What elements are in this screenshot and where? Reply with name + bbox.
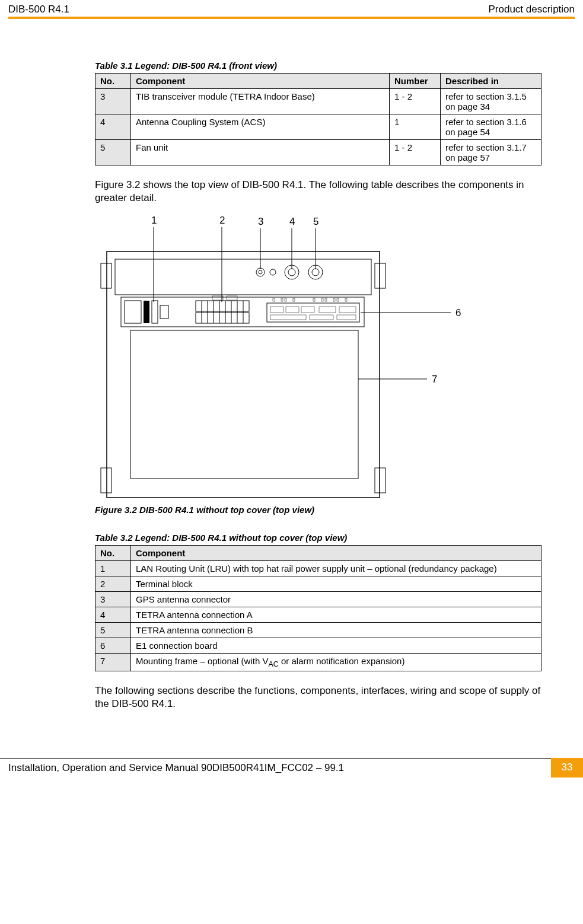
cell-component: E1 connection board <box>131 638 541 654</box>
svg-rect-39 <box>319 307 336 313</box>
col-header-number: Number <box>390 74 441 89</box>
table-row: 2 Terminal block <box>95 576 541 592</box>
svg-rect-45 <box>281 298 283 301</box>
header-left: DIB-500 R4.1 <box>8 4 69 15</box>
cell-component: TETRA antenna connection A <box>131 607 541 623</box>
svg-rect-44 <box>273 298 275 301</box>
callout-6: 6 <box>455 307 461 318</box>
footer-page-number: 33 <box>551 758 583 778</box>
table-row: 4 TETRA antenna connection A <box>95 607 541 623</box>
table-row: 5 TETRA antenna connection B <box>95 623 541 638</box>
cell-no: 4 <box>95 114 131 140</box>
page-footer: Installation, Operation and Service Manu… <box>0 758 583 778</box>
header-right: Product description <box>488 4 575 15</box>
cell-described: refer to section 3.1.5 on page 34 <box>441 89 541 114</box>
cell-component: GPS antenna connector <box>131 592 541 607</box>
diagram-top-view: 1 2 3 4 5 <box>95 213 474 504</box>
svg-rect-8 <box>101 468 111 493</box>
page-content: Table 3.1 Legend: DIB-500 R4.1 (front vi… <box>0 19 583 710</box>
cell-no: 2 <box>95 576 131 592</box>
cell-no: 3 <box>95 89 131 114</box>
svg-rect-36 <box>270 307 283 313</box>
svg-rect-37 <box>286 307 299 313</box>
svg-rect-22 <box>160 305 168 318</box>
callout-5: 5 <box>313 216 318 227</box>
cell-number: 1 - 2 <box>390 89 441 114</box>
table-row: 4 Antenna Coupling System (ACS) 1 refer … <box>95 114 541 140</box>
cell-component: Fan unit <box>131 140 390 165</box>
svg-rect-24 <box>196 313 249 323</box>
svg-rect-54 <box>130 330 358 479</box>
svg-rect-50 <box>325 298 327 301</box>
paragraph-outro: The following sections describe the func… <box>95 684 541 710</box>
table-row: 3 TIB transceiver module (TETRA Indoor B… <box>95 89 541 114</box>
svg-point-12 <box>259 270 262 274</box>
cell-described: refer to section 3.1.7 on page 57 <box>441 140 541 165</box>
page-header: DIB-500 R4.1 Product description <box>0 0 583 17</box>
svg-rect-9 <box>375 468 386 493</box>
callout-4: 4 <box>289 216 295 227</box>
figure-3-2: 1 2 3 4 5 <box>95 213 541 515</box>
cell-component: Antenna Coupling System (ACS) <box>131 114 390 140</box>
svg-rect-48 <box>313 298 315 301</box>
svg-rect-20 <box>144 301 149 323</box>
svg-rect-6 <box>101 263 111 288</box>
col-header-no: No. <box>95 74 131 89</box>
callout-2: 2 <box>219 215 225 226</box>
svg-point-17 <box>312 269 319 276</box>
table-row: 7 Mounting frame – optional (with VAC or… <box>95 654 541 671</box>
svg-rect-19 <box>125 301 141 323</box>
svg-rect-46 <box>285 298 286 301</box>
svg-rect-5 <box>107 251 380 498</box>
svg-point-15 <box>288 269 295 276</box>
col-header-described: Described in <box>441 74 541 89</box>
callout-3: 3 <box>258 216 263 227</box>
col-header-component: Component <box>131 74 390 89</box>
cell-number: 1 - 2 <box>390 140 441 165</box>
svg-rect-23 <box>196 301 249 311</box>
callout-1: 1 <box>151 215 157 226</box>
cell-no: 6 <box>95 638 131 654</box>
table-row: 3 GPS antenna connector <box>95 592 541 607</box>
svg-rect-40 <box>339 307 356 313</box>
table-3-1-caption: Table 3.1 Legend: DIB-500 R4.1 (front vi… <box>95 60 541 71</box>
callout-7: 7 <box>432 374 437 385</box>
svg-rect-33 <box>212 296 223 300</box>
svg-rect-47 <box>293 298 295 301</box>
cell-no: 7 <box>95 654 131 671</box>
table-row: 5 Fan unit 1 - 2 refer to section 3.1.7 … <box>95 140 541 165</box>
svg-rect-42 <box>310 315 333 320</box>
paragraph-intro: Figure 3.2 shows the top view of DIB-500… <box>95 179 541 205</box>
svg-rect-43 <box>337 315 356 320</box>
table-3-2: No. Component 1 LAN Routing Unit (LRU) w… <box>95 545 541 671</box>
col-header-component: Component <box>131 546 541 561</box>
svg-rect-53 <box>345 298 347 301</box>
cell-no: 5 <box>95 140 131 165</box>
cell-component: LAN Routing Unit (LRU) with top hat rail… <box>131 561 541 576</box>
table-row: 1 LAN Routing Unit (LRU) with top hat ra… <box>95 561 541 576</box>
table-3-2-caption: Table 3.2 Legend: DIB-500 R4.1 without t… <box>95 533 541 543</box>
svg-rect-7 <box>375 263 386 288</box>
svg-point-11 <box>256 268 265 276</box>
footer-left: Installation, Operation and Service Manu… <box>0 758 551 778</box>
cell-no: 4 <box>95 607 131 623</box>
table-header-row: No. Component <box>95 546 541 561</box>
svg-rect-52 <box>337 298 339 301</box>
cell-no: 1 <box>95 561 131 576</box>
col-header-no: No. <box>95 546 131 561</box>
svg-rect-38 <box>301 307 314 313</box>
table-3-1: No. Component Number Described in 3 TIB … <box>95 73 541 165</box>
table-header-row: No. Component Number Described in <box>95 74 541 89</box>
cell-no: 3 <box>95 592 131 607</box>
cell-number: 1 <box>390 114 441 140</box>
cell-component: Mounting frame – optional (with VAC or a… <box>131 654 541 671</box>
cell-component: TETRA antenna connection B <box>131 623 541 638</box>
svg-rect-21 <box>152 301 158 323</box>
svg-rect-51 <box>333 298 335 301</box>
cell-component: Terminal block <box>131 576 541 592</box>
svg-point-13 <box>270 269 276 275</box>
cell-component: TIB transceiver module (TETRA Indoor Bas… <box>131 89 390 114</box>
cell-no: 5 <box>95 623 131 638</box>
table-row: 6 E1 connection board <box>95 638 541 654</box>
cell-described: refer to section 3.1.6 on page 54 <box>441 114 541 140</box>
